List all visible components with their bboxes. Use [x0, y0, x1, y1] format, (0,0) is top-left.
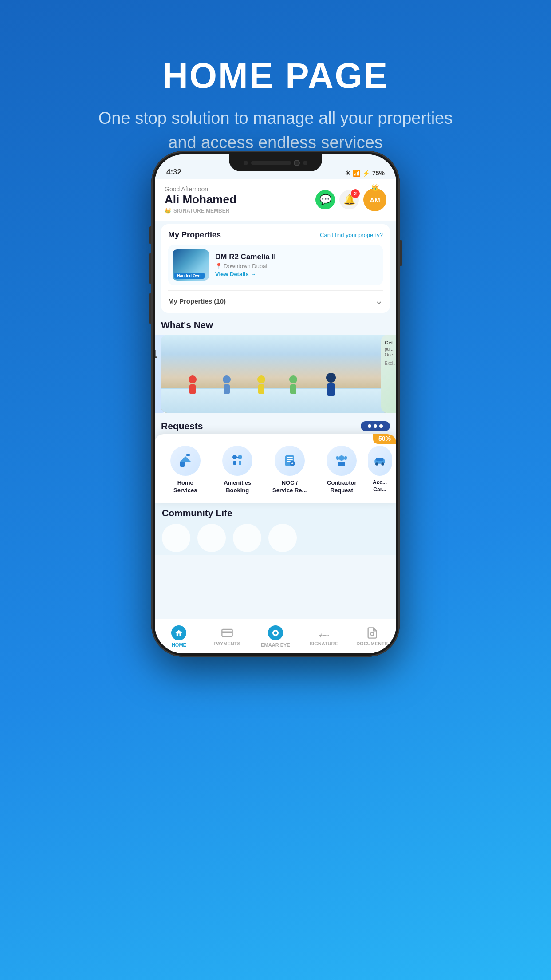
community-title: Community Life — [162, 508, 389, 518]
nav-documents-label: DOCUMENTS — [356, 641, 388, 646]
service-noc-label: NOC /Service Re... — [272, 479, 307, 494]
svg-rect-17 — [344, 456, 347, 460]
service-noc[interactable]: + NOC /Service Re... — [264, 443, 316, 497]
news-card[interactable] — [161, 335, 390, 413]
whatsapp-button[interactable]: 💬 — [315, 190, 335, 209]
discount-badge: 50% — [373, 434, 396, 444]
right-partial-card: Get pur... One Excl... — [381, 335, 396, 413]
svg-rect-6 — [239, 461, 241, 465]
properties-count-label: My Properties (10) — [168, 297, 226, 305]
user-name: Ali Mohamed — [165, 193, 236, 206]
nav-item-emaar-eye[interactable]: EMAAR EYE — [252, 625, 300, 648]
battery-percent: 75% — [372, 170, 385, 177]
bottom-nav: HOME PAYMENTS — [155, 619, 396, 653]
crown-icon: 👑 — [165, 208, 171, 214]
service-amenities[interactable]: AmenitiesBooking — [212, 443, 264, 497]
service-contractor-label: ContractorRequest — [327, 479, 356, 494]
property-location: 📍 Downtown Dubai — [215, 263, 276, 269]
nav-payments-label: PAYMENTS — [214, 641, 240, 646]
nav-item-home[interactable]: HOME — [155, 625, 203, 648]
view-details-link[interactable]: View Details → — [215, 271, 276, 277]
greeting-text: Good Afternoon, — [165, 186, 236, 193]
svg-rect-15 — [338, 462, 345, 466]
services-popup: 50% HomeServices — [155, 434, 396, 503]
requests-title: Requests — [161, 421, 203, 431]
signal-icon: 📶 — [353, 170, 360, 177]
svg-text:+: + — [291, 462, 293, 466]
user-avatar[interactable]: 👑 AM — [363, 188, 386, 211]
nav-emaar-eye-label: EMAAR EYE — [261, 642, 290, 648]
service-acc[interactable]: Acc...Car... — [368, 443, 392, 497]
app-header: Good Afternoon, Ali Mohamed 👑 SIGNATURE … — [155, 179, 396, 221]
properties-section: My Properties Can't find your property? … — [161, 224, 390, 313]
svg-point-20 — [375, 462, 378, 466]
notification-bell[interactable]: 🔔 2 — [339, 190, 359, 209]
property-card[interactable]: Handed Over DM R2 Camelia II 📍 Downtown … — [168, 245, 383, 285]
bluetooth-icon: ✳ — [345, 170, 350, 177]
requests-section: Requests — [155, 415, 396, 434]
user-section: Good Afternoon, Ali Mohamed 👑 SIGNATURE … — [165, 186, 236, 214]
cant-find-link[interactable]: Can't find your property? — [320, 232, 383, 238]
properties-title: My Properties — [168, 230, 221, 240]
member-badge: 👑 SIGNATURE MEMBER — [165, 208, 236, 214]
nav-signature-label: SIGNATURE — [310, 641, 338, 646]
whats-new-title: What's New — [161, 318, 390, 335]
svg-point-27 — [370, 632, 374, 635]
property-image: Handed Over — [173, 249, 209, 281]
service-amenities-label: AmenitiesBooking — [224, 479, 251, 494]
svg-rect-23 — [222, 631, 232, 633]
notch — [229, 154, 322, 171]
skater-4 — [289, 375, 297, 394]
phone-mockup: 4:32 ✳ 📶 ⚡ 75% Good Afternoon, Ali Moham… — [151, 151, 400, 657]
svg-rect-10 — [287, 459, 293, 460]
svg-rect-9 — [287, 457, 293, 458]
whats-new-section: What's New ED 41 AY — [155, 316, 396, 415]
community-section: Community Life — [155, 503, 396, 555]
svg-point-21 — [381, 462, 384, 466]
svg-rect-11 — [287, 461, 291, 462]
svg-rect-16 — [336, 456, 339, 460]
page-header: HOME PAGE One stop solution to manage al… — [0, 27, 551, 155]
handed-over-badge: Handed Over — [174, 273, 205, 279]
svg-rect-5 — [233, 461, 236, 465]
svg-rect-19 — [376, 458, 384, 461]
chevron-down-icon: ⌄ — [375, 295, 383, 307]
time-display: 4:32 — [166, 168, 181, 177]
page-title: HOME PAGE — [0, 55, 551, 96]
svg-rect-2 — [186, 454, 190, 456]
nav-item-payments[interactable]: PAYMENTS — [203, 627, 252, 646]
svg-marker-1 — [179, 456, 192, 462]
notification-badge: 2 — [351, 189, 360, 198]
crown-avatar-icon: 👑 — [371, 184, 379, 191]
service-acc-label: Acc...Car... — [373, 479, 387, 493]
property-name: DM R2 Camelia II — [215, 253, 276, 261]
properties-count-row[interactable]: My Properties (10) ⌄ — [168, 290, 383, 307]
skater-1 — [189, 375, 197, 394]
nav-item-signature[interactable]: SIGNATURE — [299, 627, 348, 646]
nav-home-label: HOME — [172, 642, 186, 648]
service-home-label: HomeServices — [173, 479, 197, 494]
battery-icon: ⚡ — [362, 170, 370, 177]
nav-item-documents[interactable]: DOCUMENTS — [348, 627, 396, 646]
svg-point-26 — [274, 631, 277, 634]
requests-toggle[interactable] — [361, 421, 390, 431]
skater-instructor — [326, 373, 336, 396]
service-home[interactable]: HomeServices — [159, 443, 212, 497]
skater-2 — [223, 375, 231, 394]
skater-3 — [257, 375, 265, 394]
service-contractor[interactable]: ContractorRequest — [316, 443, 368, 497]
page-subtitle: One stop solution to manage all your pro… — [85, 106, 466, 155]
svg-point-14 — [339, 455, 344, 461]
